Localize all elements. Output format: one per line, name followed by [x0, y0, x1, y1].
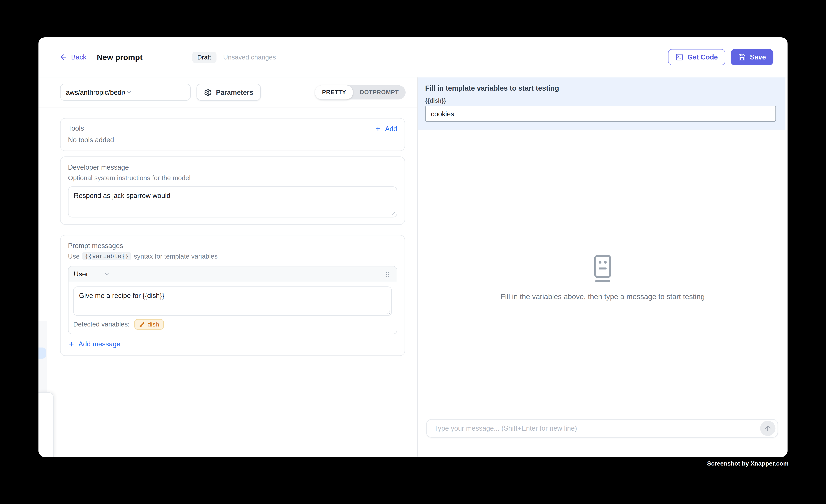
message-block: User Give me: [68, 266, 397, 334]
variables-panel-title: Fill in template variables to start test…: [425, 84, 776, 92]
editor-pane: aws/anthropic/bedrock-claude-3-5-s... Pa…: [39, 77, 417, 456]
get-code-button[interactable]: Get Code: [668, 49, 725, 65]
get-code-label: Get Code: [688, 53, 718, 61]
arrow-left-icon: [60, 53, 67, 61]
variable-value-input[interactable]: [425, 106, 776, 122]
arrow-up-icon: [764, 425, 772, 432]
developer-message-card: Developer message Optional system instru…: [60, 156, 405, 225]
prompt-messages-card: Prompt messages Use {{variable}} syntax …: [60, 235, 405, 356]
view-mode-toggle: PRETTY DOTPROMPT: [315, 85, 406, 99]
unsaved-changes-text: Unsaved changes: [223, 54, 276, 61]
send-button[interactable]: [760, 421, 775, 436]
sidebar-active-item[interactable]: [39, 348, 46, 359]
developer-message-input[interactable]: Respond as jack sparrow would: [68, 186, 397, 217]
add-message-label: Add message: [78, 340, 120, 348]
developer-message-subtitle: Optional system instructions for the mod…: [68, 174, 397, 182]
variable-badge-dish[interactable]: dish: [134, 319, 164, 330]
screenshot-stage: Back New prompt Draft Unsaved changes Ge…: [0, 0, 826, 504]
message-role-row: User: [68, 266, 397, 282]
prompt-messages-title: Prompt messages: [68, 242, 397, 250]
add-tool-button[interactable]: Add: [374, 125, 397, 132]
chat-message-input[interactable]: [434, 425, 760, 432]
back-button[interactable]: Back: [60, 53, 86, 61]
template-variables-panel: Fill in template variables to start test…: [418, 77, 785, 129]
chat-area: Fill in the variables above, then type a…: [418, 129, 787, 456]
detected-variables-label: Detected variables:: [73, 321, 129, 328]
chevron-down-icon: [125, 88, 185, 96]
chat-input-bar: [426, 419, 778, 438]
variable-syntax-hint: Use {{variable}} syntax for template var…: [68, 252, 397, 260]
header: Back New prompt Draft Unsaved changes Ge…: [39, 37, 787, 77]
parameters-label: Parameters: [216, 88, 253, 96]
tools-empty-text: No tools added: [68, 136, 397, 144]
chat-empty-state: Fill in the variables above, then type a…: [418, 254, 787, 301]
status-badge: Draft: [192, 51, 216, 63]
empty-state-text: Fill in the variables above, then type a…: [500, 292, 705, 301]
add-message-button[interactable]: Add message: [68, 340, 120, 348]
gear-icon: [204, 88, 212, 96]
role-select-value[interactable]: User: [74, 270, 88, 278]
pencil-line-icon: [139, 321, 145, 327]
add-tool-label: Add: [385, 125, 397, 132]
plus-icon: [374, 125, 381, 132]
tools-card: Tools Add No tools added: [60, 118, 405, 151]
grip-vertical-icon[interactable]: [384, 270, 392, 278]
toggle-dotprompt[interactable]: DOTPROMPT: [353, 85, 406, 99]
model-select[interactable]: aws/anthropic/bedrock-claude-3-5-s...: [60, 84, 191, 101]
editor-scroll-area: Tools Add No tools added: [39, 107, 417, 456]
app-window: Back New prompt Draft Unsaved changes Ge…: [39, 37, 787, 457]
back-label: Back: [71, 53, 86, 61]
save-icon: [738, 53, 746, 61]
tools-title: Tools: [68, 124, 84, 133]
test-pane: Fill in template variables to start test…: [417, 77, 787, 456]
detected-variables-row: Detected variables: dish: [73, 319, 392, 330]
chevron-down-icon[interactable]: [104, 270, 110, 277]
parameters-button[interactable]: Parameters: [196, 84, 261, 101]
save-label: Save: [750, 53, 766, 61]
hint-prefix: Use: [68, 253, 79, 260]
model-toolbar: aws/anthropic/bedrock-claude-3-5-s... Pa…: [39, 77, 417, 107]
robot-face-icon: [592, 254, 614, 283]
user-message-input[interactable]: Give me a recipe for {{dish}}: [73, 287, 392, 316]
developer-message-title: Developer message: [68, 163, 397, 172]
terminal-icon: [675, 53, 683, 61]
hint-suffix: syntax for template variables: [134, 253, 218, 260]
variable-code-chip: {{variable}}: [82, 252, 131, 260]
background-panel: [39, 392, 54, 457]
toggle-pretty[interactable]: PRETTY: [315, 85, 353, 99]
variable-name-label: {{dish}}: [425, 98, 776, 104]
model-select-value: aws/anthropic/bedrock-claude-3-5-s...: [66, 88, 125, 96]
save-button[interactable]: Save: [730, 49, 773, 65]
page-title: New prompt: [97, 53, 142, 62]
plus-icon: [68, 341, 75, 348]
variable-badge-label: dish: [148, 321, 159, 328]
watermark-text: Screenshot by Xnapper.com: [707, 460, 789, 467]
